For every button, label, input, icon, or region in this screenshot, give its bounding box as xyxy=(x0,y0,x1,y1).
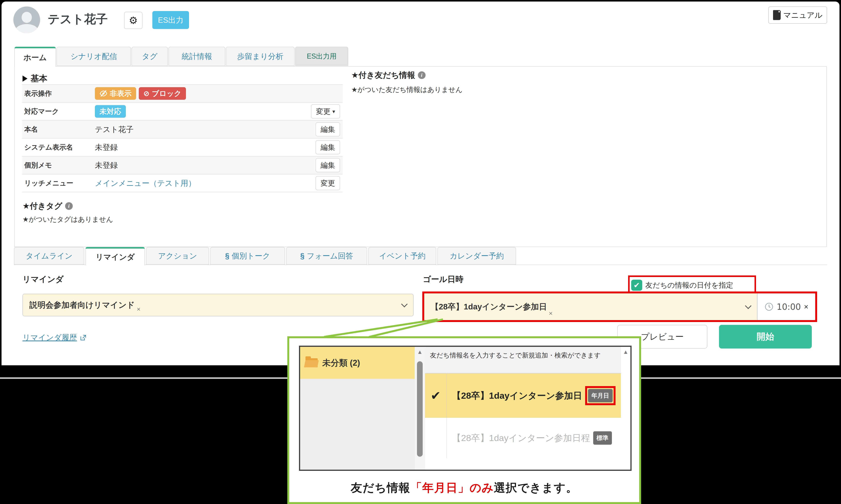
system-name-value: 未登録 xyxy=(95,142,118,152)
real-name-value: テスト花子 xyxy=(95,124,134,135)
eye-off-icon xyxy=(100,89,107,97)
table-row: 個別メモ 未登録 編集 xyxy=(22,156,343,174)
row-label: 個別メモ xyxy=(22,161,95,170)
tab-home[interactable]: ホーム xyxy=(14,47,56,67)
folder-label: 未分類 (2) xyxy=(322,357,360,368)
tab-stats[interactable]: 統計情報 xyxy=(169,47,225,66)
clock-icon xyxy=(765,302,774,311)
basic-section-heading: 基本 xyxy=(22,73,47,84)
gear-icon: ⚙ xyxy=(129,15,138,26)
row-label: 本名 xyxy=(22,125,95,134)
rich-menu-link[interactable]: メインメニュー（テスト用） xyxy=(95,178,196,188)
folder-icon xyxy=(305,358,318,367)
tab-calendar-booking[interactable]: カレンダー予約 xyxy=(437,247,516,265)
folder-list: 未分類 (2) xyxy=(300,347,415,470)
friend-name: テスト花子 xyxy=(48,11,108,27)
edit-real-name-button[interactable]: 編集 xyxy=(316,122,340,137)
list-item-selected[interactable]: ✔ 【28卒】1dayインターン参加日 年月日 xyxy=(425,374,621,418)
remove-time-icon[interactable]: × xyxy=(804,303,808,311)
tab-event-booking[interactable]: イベント予約 xyxy=(368,247,436,265)
time-value: 10:00 xyxy=(777,302,801,312)
hide-badge[interactable]: 非表示 xyxy=(95,87,136,100)
check-icon: ✔ xyxy=(425,374,447,418)
reminder-select[interactable]: 説明会参加者向けリマインド × xyxy=(22,294,414,316)
tab-timeline[interactable]: タイムライン xyxy=(14,247,84,265)
popup-caption: 友だち情報「年月日」のみ選択できます。 xyxy=(289,480,639,496)
tab-individual-talk[interactable]: § 個別トーク xyxy=(210,247,285,265)
manual-label: マニュアル xyxy=(783,10,822,20)
memo-value: 未登録 xyxy=(95,160,118,170)
folder-item-uncategorized[interactable]: 未分類 (2) xyxy=(300,347,415,379)
reminder-history-link[interactable]: リマインダ履歴 xyxy=(22,332,87,343)
chevron-down-icon xyxy=(745,303,751,309)
manual-button[interactable]: マニュアル xyxy=(768,6,827,24)
date-type-badge: 年月日 xyxy=(588,389,613,402)
goal-selected-value: 【28卒】1dayインターン参加日 xyxy=(431,301,547,312)
info-icon[interactable]: i xyxy=(65,202,73,210)
start-button[interactable]: 開始 xyxy=(719,325,812,348)
row-label: 表示操作 xyxy=(22,89,95,98)
empty-check-column xyxy=(425,418,447,458)
reminder-selected-value: 説明会参加者向けリマインド xyxy=(30,300,135,310)
star-friend-info-empty-text: ★がついた友だち情報はありません xyxy=(351,85,462,94)
list-item[interactable]: 【28卒】1dayインターン参加日程 標準 xyxy=(425,418,621,458)
screenshot-canvas: テスト花子 ⚙ ES出力 マニュアル ホーム シナリオ配信 タグ 統計情報 歩留… xyxy=(0,0,841,504)
row-label: 対応マーク xyxy=(22,107,95,116)
tab-reminder[interactable]: リマインダ xyxy=(85,247,145,265)
caption-red-emphasis: 「年月日」のみ xyxy=(410,481,494,494)
table-row: リッチメニュー メインメニュー（テスト用） 変更 xyxy=(22,174,343,192)
scrollbar-thumb[interactable] xyxy=(417,361,423,457)
list-scrollbar[interactable]: ▲ xyxy=(621,347,630,470)
block-icon: ⊘ xyxy=(143,89,150,98)
status-badge: 未対応 xyxy=(95,105,126,118)
table-row: 対応マーク 未対応 変更 ▾ xyxy=(22,102,343,120)
tab-form-answers[interactable]: § フォーム回答 xyxy=(286,247,367,265)
scroll-up-icon[interactable]: ▲ xyxy=(621,347,630,357)
edit-system-name-button[interactable]: 編集 xyxy=(316,140,340,154)
remove-goal-icon[interactable]: × xyxy=(549,310,553,320)
table-row: システム表示名 未登録 編集 xyxy=(22,138,343,156)
star-friend-info-heading: ★付き友だち情報 i xyxy=(351,70,425,80)
external-link-icon xyxy=(80,334,87,341)
item-text: 【28卒】1dayインターン参加日 xyxy=(452,390,582,402)
tab-funnel-analysis[interactable]: 歩留まり分析 xyxy=(226,47,295,66)
standard-type-badge: 標準 xyxy=(593,431,612,445)
book-icon xyxy=(773,10,781,20)
check-icon: ✔ xyxy=(633,281,640,290)
item-text: 【28卒】1dayインターン参加日程 xyxy=(452,432,590,444)
reminder-label: リマインダ xyxy=(22,274,64,285)
info-icon[interactable]: i xyxy=(418,71,425,79)
goal-datetime-label: ゴール日時 xyxy=(423,274,463,285)
chevron-down-icon xyxy=(401,301,408,307)
edit-memo-button[interactable]: 編集 xyxy=(316,158,340,172)
badge-highlight: 年月日 xyxy=(585,386,615,405)
change-rich-menu-button[interactable]: 変更 xyxy=(316,176,340,190)
change-mark-button[interactable]: 変更 ▾ xyxy=(311,104,340,119)
remove-reminder-icon[interactable]: × xyxy=(137,305,141,316)
link-icon: § xyxy=(225,252,229,260)
tab-es-export[interactable]: ES出力用 xyxy=(295,47,348,66)
table-row: 本名 テスト花子 編集 xyxy=(22,120,343,138)
settings-button[interactable]: ⚙ xyxy=(124,12,142,29)
avatar xyxy=(13,6,40,33)
tab-scenario[interactable]: シナリオ配信 xyxy=(56,47,131,66)
star-tag-empty-text: ★がついたタグはありません xyxy=(22,215,113,224)
goal-time-field[interactable]: 10:00 × xyxy=(757,293,815,320)
avatar-head xyxy=(21,12,32,23)
link-icon: § xyxy=(300,252,304,260)
row-label: リッチメニュー xyxy=(22,179,95,188)
explainer-popup: 未分類 (2) ▲ 友だち情報名を入力することで新規追加・検索ができます ✔ 【… xyxy=(287,336,641,504)
checkbox-checked[interactable]: ✔ xyxy=(631,280,642,291)
friend-info-picker-panel: 未分類 (2) ▲ 友だち情報名を入力することで新規追加・検索ができます ✔ 【… xyxy=(299,346,632,471)
scroll-up-icon[interactable]: ▲ xyxy=(415,347,425,357)
es-export-button[interactable]: ES出力 xyxy=(152,11,189,29)
goal-select-highlight: 【28卒】1dayインターン参加日 × 10:00 × xyxy=(422,291,817,322)
block-badge[interactable]: ⊘ ブロック xyxy=(139,87,186,100)
table-row: 表示操作 非表示 ⊘ ブロック xyxy=(22,84,343,102)
goal-date-select[interactable]: 【28卒】1dayインターン参加日 × xyxy=(424,293,757,320)
tab-action[interactable]: アクション xyxy=(146,247,209,265)
tab-tag[interactable]: タグ xyxy=(132,47,168,66)
basic-table: 表示操作 非表示 ⊘ ブロック 対応マーク 未対応 変更 ▾ xyxy=(22,84,343,192)
folder-scrollbar[interactable]: ▲ xyxy=(415,347,425,470)
row-label: システム表示名 xyxy=(22,143,95,152)
